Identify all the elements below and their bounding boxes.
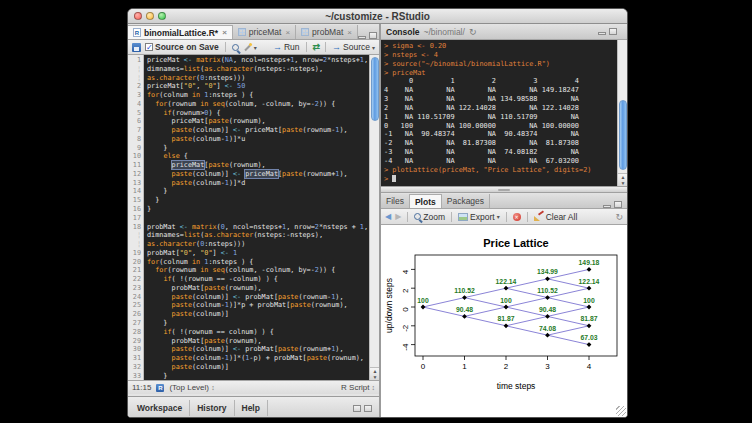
search-icon[interactable] — [232, 44, 239, 51]
previous-plot-button[interactable]: ◀ — [385, 212, 391, 221]
zoom-plot-button[interactable]: Zoom — [414, 212, 445, 222]
code-line[interactable]: 6 priceMat[paste(rownum), — [128, 117, 369, 126]
code-line[interactable]: 26 paste(colnum)] — [128, 310, 369, 319]
tab-files[interactable]: Files — [381, 194, 410, 208]
console[interactable]: > sigma <- 0.20> nsteps <- 4> source("~/… — [381, 40, 627, 186]
console-line: -3 NA NA NA 74.08182 NA — [384, 148, 591, 157]
code-line[interactable]: ¦dimnames=list(as.character(nsteps:-nste… — [128, 65, 369, 74]
tab-history[interactable]: History — [190, 400, 234, 416]
code-line[interactable]: 5 if(rownum>0) { — [128, 109, 369, 118]
close-icon[interactable]: × — [222, 28, 227, 37]
maximize-pane-icon[interactable] — [369, 32, 377, 39]
editor-scrollbar-thumb[interactable] — [371, 57, 379, 121]
remove-plot-button[interactable]: ✕ — [513, 213, 521, 221]
code-line[interactable]: 16} — [128, 205, 369, 214]
code-line[interactable]: 7 paste(colnum)] <- priceMat[paste(rownu… — [128, 126, 369, 135]
code-line[interactable]: 21 for(rownum in seq(colnum, -colnum, by… — [128, 266, 369, 275]
close-icon[interactable]: × — [347, 28, 352, 37]
tab-help[interactable]: Help — [235, 400, 268, 416]
minimize-pane-icon[interactable] — [358, 36, 366, 39]
code-lines: 1priceMat <- matrix(NA, ncol=nsteps+1, n… — [128, 56, 369, 380]
code-line[interactable]: ¦dimnames=list(as.character(nsteps:-nste… — [128, 231, 369, 240]
maximize-pane-icon[interactable] — [364, 405, 372, 412]
resize-grip[interactable] — [616, 406, 626, 416]
tab-binomiallattice[interactable]: R binomialLattice.R* × — [128, 25, 233, 39]
svg-text:110.52: 110.52 — [537, 287, 558, 294]
source-on-save-checkbox[interactable]: ✓ Source on Save — [145, 42, 219, 52]
code-line[interactable]: 30 paste(colnum)] <- probMat[paste(rownu… — [128, 345, 369, 354]
code-line[interactable]: 25 paste(colnum-1)]*p + probMat[paste(ro… — [128, 301, 369, 310]
next-plot-button[interactable]: ▶ — [395, 212, 401, 221]
minimize-pane-icon[interactable] — [598, 32, 606, 35]
close-icon[interactable]: × — [285, 28, 290, 37]
svg-text:110.52: 110.52 — [454, 287, 475, 294]
code-line[interactable]: 27 } — [128, 319, 369, 328]
scope-label: (Top Level) — [169, 383, 209, 392]
export-plot-button[interactable]: Export ▾ — [458, 212, 500, 222]
console-line: -2 NA NA 81.87308 NA 81.87308 — [384, 139, 591, 148]
console-scrollbar[interactable]: ▲▼ — [617, 40, 627, 186]
editor-scrollbar[interactable]: ▲▼ — [369, 55, 379, 380]
tab-plots[interactable]: Plots — [410, 194, 442, 208]
code-line[interactable]: 15 } — [128, 196, 369, 205]
refresh-plot-icon[interactable]: ↻ — [615, 212, 623, 222]
maximize-pane-icon[interactable] — [614, 201, 622, 208]
code-line[interactable]: 3for(colnum in 1:nsteps ) { — [128, 91, 369, 100]
tab-packages[interactable]: Packages — [442, 194, 490, 208]
console-scrollbar-thumb[interactable] — [619, 100, 627, 170]
svg-text:4: 4 — [401, 269, 410, 274]
console-line: > — [384, 175, 591, 184]
code-line[interactable]: 29 probMat[paste(rownum), — [128, 337, 369, 346]
tab-pricemat[interactable]: priceMat × — [233, 25, 296, 39]
code-line[interactable]: 20for(colnum in 1:nsteps ) { — [128, 258, 369, 267]
plots-tabbar: Files Plots Packages — [381, 193, 627, 209]
run-button[interactable]: → Run — [273, 42, 300, 52]
console-scroll-arrows[interactable]: ▲▼ — [618, 173, 627, 186]
restore-pane-icon[interactable] — [353, 405, 361, 412]
code-line[interactable]: 32 paste(colnum)] — [128, 363, 369, 372]
code-line[interactable]: 9 } — [128, 144, 369, 153]
clear-all-label: Clear All — [546, 212, 578, 222]
code-line[interactable]: 2priceMat["0", "0"] <- 50 — [128, 82, 369, 91]
minimize-pane-icon[interactable] — [603, 205, 611, 208]
code-line[interactable]: 18probMat <- matrix(0, ncol=nsteps+1, nr… — [128, 223, 369, 232]
code-tools-button[interactable]: ▾ — [243, 43, 257, 52]
code-line[interactable]: 8 paste(colnum-1)]*u — [128, 135, 369, 144]
code-line[interactable]: 24 paste(colnum)] <- probMat[paste(rownu… — [128, 293, 369, 302]
tab-workspace[interactable]: Workspace — [130, 400, 190, 416]
code-line[interactable]: 1priceMat <- matrix(NA, ncol=nsteps+1, n… — [128, 56, 369, 65]
editor-scroll-arrows[interactable]: ▲▼ — [370, 367, 379, 380]
goto-directory-icon[interactable]: ↻ — [469, 27, 477, 37]
code-line[interactable]: 23 probMat[paste(rownum), — [128, 284, 369, 293]
code-line[interactable]: 4 for(rownum in seq(colnum, -colnum, by=… — [128, 100, 369, 109]
code-line[interactable]: 14 } — [128, 187, 369, 196]
code-editor[interactable]: 1priceMat <- matrix(NA, ncol=nsteps+1, n… — [128, 55, 379, 380]
code-line[interactable]: 33 } — [128, 372, 369, 380]
maximize-pane-icon[interactable] — [609, 28, 617, 35]
horizontal-splitter[interactable] — [381, 186, 627, 193]
code-line[interactable]: ¦as.character(0:nsteps))) — [128, 74, 369, 83]
code-line[interactable]: 17 — [128, 214, 369, 223]
working-directory: ~/binomial/ — [424, 27, 465, 37]
tab-probmat[interactable]: probMat × — [296, 25, 358, 39]
code-line[interactable]: 11 priceMat[paste(rownum), — [128, 161, 369, 170]
clear-all-button[interactable]: Clear All — [534, 212, 578, 222]
code-line[interactable]: 10 else { — [128, 152, 369, 161]
titlebar[interactable]: ~/customize - RStudio — [128, 9, 627, 24]
source-button[interactable]: → Source ▾ — [332, 42, 375, 52]
code-line[interactable]: 28 if( !(rownum == colnum) ) { — [128, 328, 369, 337]
console-line: > sigma <- 0.20 — [384, 42, 591, 51]
code-line[interactable]: 19probMat["0", "0"] <- 1 — [128, 249, 369, 258]
console-line: > source("~/binomial/binomialLattice.R") — [384, 60, 591, 69]
file-type-label: R Script — [341, 383, 369, 392]
rerun-button[interactable]: ⇄ — [313, 42, 320, 52]
code-line[interactable]: 12 paste(colnum)] <- priceMat[paste(rown… — [128, 170, 369, 179]
svg-text:up/down steps: up/down steps — [384, 278, 394, 333]
code-line[interactable]: ¦as.character(0:nsteps))) — [128, 240, 369, 249]
code-line[interactable]: 31 paste(colnum-1)]*(1-p) + probMat[past… — [128, 354, 369, 363]
code-line[interactable]: 13 paste(colnum-1)]*d — [128, 179, 369, 188]
code-line[interactable]: 22 if( !(rownum == -colnum) ) { — [128, 275, 369, 284]
save-icon[interactable] — [132, 43, 141, 52]
file-type-selector[interactable]: R Script ↕ — [341, 383, 375, 392]
scope-selector[interactable]: (Top Level) ↕ — [169, 383, 214, 392]
